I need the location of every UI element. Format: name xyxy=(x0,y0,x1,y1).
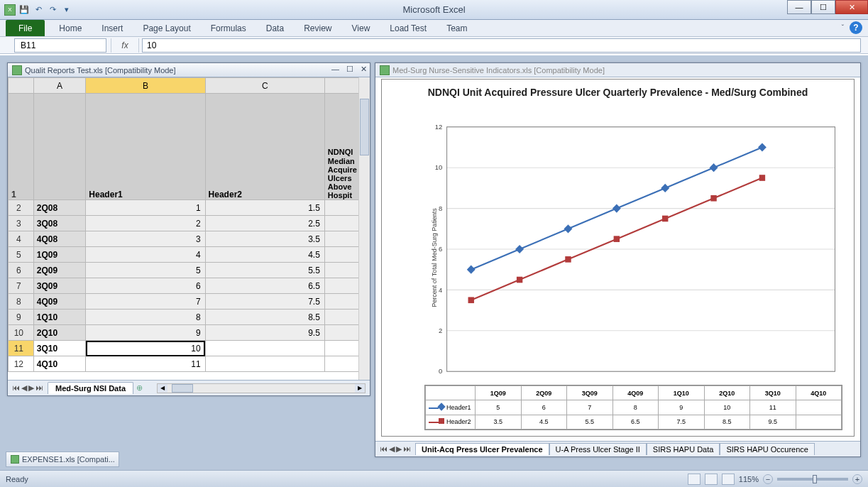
workspace: Qualit Reports Test.xls [Compatibility M… xyxy=(0,55,868,470)
sheet-tab[interactable]: U-A Press Ulcer Stage II xyxy=(549,443,647,455)
minimize-button[interactable]: — xyxy=(787,0,811,14)
view-normal-icon[interactable] xyxy=(688,474,701,485)
view-layout-icon[interactable] xyxy=(705,474,718,485)
tab-formulas[interactable]: Formulas xyxy=(201,20,256,36)
svg-rect-18 xyxy=(612,204,621,212)
tab-page-layout[interactable]: Page Layout xyxy=(133,20,200,36)
workbook-icon xyxy=(12,65,22,75)
svg-rect-26 xyxy=(662,216,668,222)
workbook-icon xyxy=(380,65,390,75)
zoom-level[interactable]: 115% xyxy=(739,475,759,483)
svg-rect-28 xyxy=(759,175,765,181)
svg-rect-21 xyxy=(758,143,767,151)
qat-dropdown-icon[interactable]: ▾ xyxy=(61,4,72,16)
close-button[interactable]: ✕ xyxy=(835,0,868,14)
svg-rect-27 xyxy=(710,195,716,202)
redo-icon[interactable]: ↷ xyxy=(47,4,58,16)
zoom-in-button[interactable]: + xyxy=(852,474,862,484)
svg-text:12: 12 xyxy=(435,123,443,131)
tab-nav-last-icon[interactable]: ⏭ xyxy=(35,383,43,393)
svg-rect-23 xyxy=(517,277,522,283)
svg-rect-15 xyxy=(467,266,476,274)
svg-rect-19 xyxy=(661,184,669,192)
fx-label[interactable]: fx xyxy=(111,38,139,53)
excel-icon: X xyxy=(4,4,16,16)
sheet-tab[interactable]: SIRS HAPU Occurence xyxy=(720,443,815,455)
undo-icon[interactable]: ↶ xyxy=(33,4,44,16)
tab-nav-first-icon[interactable]: ⏮ xyxy=(12,383,20,393)
tab-nav-prev-icon[interactable]: ◀ xyxy=(21,383,27,393)
tab-nav-prev-icon[interactable]: ◀ xyxy=(389,444,395,454)
view-pagebreak-icon[interactable] xyxy=(722,474,735,485)
tab-view[interactable]: View xyxy=(342,20,380,36)
chart-title: NDNQI Unit Acquired Pressure Ulcer Quart… xyxy=(382,80,854,101)
svg-text:4: 4 xyxy=(439,286,443,294)
workbook-titlebar-right[interactable]: Med-Surg Nurse-Sensitive Indicators.xls … xyxy=(375,63,860,77)
svg-rect-22 xyxy=(468,297,474,303)
ribbon-minimize-icon[interactable]: ˇ xyxy=(842,24,844,32)
chart-data-table: 1Q092Q093Q094Q091Q102Q103Q104Q10Header15… xyxy=(424,385,842,430)
sheet-tab[interactable]: Med-Surg NSI Data xyxy=(48,382,133,394)
wb-minimize-icon[interactable]: — xyxy=(331,65,339,74)
svg-text:0: 0 xyxy=(439,367,442,375)
scroll-left-icon[interactable]: ◀ xyxy=(158,384,167,393)
sheet-tab-bar-right: ⏮ ◀ ▶ ⏭ Unit-Acq Press Ulcer Prevalence … xyxy=(375,441,860,456)
title-bar: X 💾 ↶ ↷ ▾ Microsoft Excel — ☐ ✕ xyxy=(0,0,868,20)
workbook-title-left: Qualit Reports Test.xls [Compatibility M… xyxy=(25,66,176,75)
tab-data[interactable]: Data xyxy=(256,20,294,36)
svg-text:10: 10 xyxy=(435,163,443,171)
app-title: Microsoft Excel xyxy=(402,4,465,15)
svg-rect-16 xyxy=(515,245,524,253)
name-box[interactable]: B11 xyxy=(14,38,106,53)
workbook-window-right: Med-Surg Nurse-Sensitive Indicators.xls … xyxy=(375,62,861,457)
svg-text:8: 8 xyxy=(439,204,442,212)
tab-team[interactable]: Team xyxy=(436,20,477,36)
sheet-tab-bar-left: ⏮ ◀ ▶ ⏭ Med-Surg NSI Data ⊕ ◀ ▶ xyxy=(8,380,370,395)
svg-text:2: 2 xyxy=(439,327,442,334)
tab-home[interactable]: Home xyxy=(49,20,92,36)
status-text: Ready xyxy=(6,475,28,483)
tab-nav-first-icon[interactable]: ⏮ xyxy=(380,444,388,454)
svg-rect-20 xyxy=(710,163,718,172)
formula-input[interactable]: 10 xyxy=(142,38,861,53)
svg-rect-25 xyxy=(614,236,620,242)
wb-close-icon[interactable]: ✕ xyxy=(361,65,367,74)
status-bar: Ready 115% − + xyxy=(0,470,868,487)
tab-nav-next-icon[interactable]: ▶ xyxy=(28,383,34,393)
zoom-slider[interactable] xyxy=(777,478,848,481)
workbook-title-right: Med-Surg Nurse-Sensitive Indicators.xls … xyxy=(392,66,605,75)
wb-restore-icon[interactable]: ☐ xyxy=(346,65,353,74)
save-icon[interactable]: 💾 xyxy=(18,4,30,16)
horizontal-scrollbar[interactable]: ◀ ▶ xyxy=(157,383,366,393)
minimized-workbook-title: EXPENSE1.xls [Compati... xyxy=(22,455,115,464)
quick-access-toolbar: X 💾 ↶ ↷ ▾ xyxy=(0,4,72,16)
tab-load-test[interactable]: Load Test xyxy=(380,20,436,36)
vertical-scrollbar[interactable] xyxy=(358,77,370,380)
formula-bar: B11 fx 10 xyxy=(0,37,868,54)
svg-text:6: 6 xyxy=(439,245,442,253)
workbook-icon xyxy=(11,455,19,464)
svg-rect-17 xyxy=(564,224,573,233)
new-sheet-icon[interactable]: ⊕ xyxy=(136,383,143,393)
sheet-tab[interactable]: SIRS HAPU Data xyxy=(647,443,720,455)
minimized-workbook[interactable]: EXPENSE1.xls [Compati... xyxy=(6,452,119,467)
ribbon-tabs: File Home Insert Page Layout Formulas Da… xyxy=(0,20,868,37)
tab-nav-next-icon[interactable]: ▶ xyxy=(396,444,402,454)
spreadsheet-grid[interactable]: ABC1Header1Header2NDNQI Median Acquire U… xyxy=(8,77,370,380)
chart-area[interactable]: NDNQI Unit Acquired Pressure Ulcer Quart… xyxy=(381,79,855,437)
tab-nav-last-icon[interactable]: ⏭ xyxy=(403,444,411,454)
workbook-window-left: Qualit Reports Test.xls [Compatibility M… xyxy=(7,62,370,396)
zoom-out-button[interactable]: − xyxy=(763,474,773,484)
svg-rect-24 xyxy=(565,256,571,263)
file-tab[interactable]: File xyxy=(6,20,45,36)
help-button[interactable]: ? xyxy=(850,21,862,34)
tab-insert[interactable]: Insert xyxy=(92,20,133,36)
tab-review[interactable]: Review xyxy=(294,20,341,36)
sheet-tab[interactable]: Unit-Acq Press Ulcer Prevalence xyxy=(415,443,549,455)
chart-plot: 024681012 xyxy=(424,119,842,379)
maximize-button[interactable]: ☐ xyxy=(811,0,835,14)
scroll-right-icon[interactable]: ▶ xyxy=(355,384,365,393)
workbook-titlebar-left[interactable]: Qualit Reports Test.xls [Compatibility M… xyxy=(8,63,370,77)
